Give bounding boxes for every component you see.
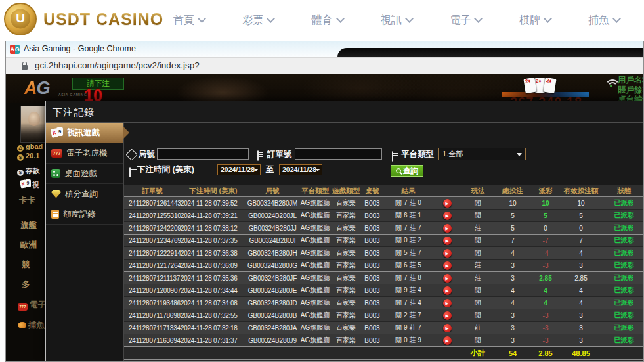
cell-payout: -7 xyxy=(531,237,560,244)
cell-order: 241128071255310 xyxy=(124,212,181,219)
sidebar-item-0[interactable]: K9視訊遊戲 xyxy=(46,123,123,143)
replay-play-button[interactable]: ▶ xyxy=(443,249,452,258)
ag-favicon-icon: AG xyxy=(10,45,20,54)
bg-menu-jing[interactable]: 競 xyxy=(22,260,30,271)
table-row: 2411280711786982024-11-28 07:32:55GB0032… xyxy=(124,309,643,322)
deposit-icon: $ xyxy=(17,170,24,176)
sidebar-item-label: 積分查詢 xyxy=(65,189,98,200)
order-input[interactable] xyxy=(295,148,382,160)
url-bar[interactable]: gci.2hhapi.com/agingame/pcv2/index.jsp? xyxy=(6,57,643,74)
bg-menu-europe[interactable]: 歐洲 xyxy=(20,240,37,251)
date-to-select[interactable]: 2024/11/28 xyxy=(279,164,322,175)
nav-item-2[interactable]: 體育 xyxy=(312,14,343,28)
column-header: 總投注 xyxy=(494,187,531,196)
sidebar-item-label: 額度記錄 xyxy=(63,209,96,220)
cell-play: 閒 xyxy=(462,311,494,320)
cell-table-no: B003 xyxy=(360,200,384,207)
column-header: 平台類型 xyxy=(299,187,332,196)
chevron-down-icon xyxy=(198,14,206,23)
cell-order: 241128071217264 xyxy=(124,262,181,269)
nav-item-0[interactable]: 首頁 xyxy=(173,14,205,28)
cell-bet: 7 xyxy=(494,237,531,244)
cell-replay: ▶ xyxy=(433,299,462,307)
ag-logo-subtext: ASIA GAMING xyxy=(58,93,87,97)
favicon-letter-a: A xyxy=(10,45,15,54)
cell-order: 241128071200907 xyxy=(124,287,181,294)
nav-item-3[interactable]: 視訊 xyxy=(381,14,412,28)
bg-menu-flagship[interactable]: 旗艦 xyxy=(20,220,37,231)
cell-play: 莊 xyxy=(462,323,494,332)
sidebar-item-4[interactable]: 額度記錄 xyxy=(46,204,123,225)
bg-menu-kaka[interactable]: 卡卡 xyxy=(19,195,35,206)
video-tab[interactable]: K9視 xyxy=(20,179,39,190)
dropdown-arrow-icon xyxy=(316,169,320,171)
replay-play-button[interactable]: ▶ xyxy=(443,237,452,245)
slot-777-icon: 777 xyxy=(51,149,62,158)
replay-play-button[interactable]: ▶ xyxy=(443,311,452,320)
order-filter-label: 訂單號 xyxy=(267,149,292,160)
table-row: 2411280712009072024-11-28 07:34:44GB0032… xyxy=(124,284,643,297)
magnifier-icon xyxy=(396,168,401,173)
cell-replay: ▶ xyxy=(433,286,462,295)
username-row: ♙gbad xyxy=(17,143,43,152)
chevron-down-icon xyxy=(336,14,345,23)
search-button[interactable]: 查詢 xyxy=(391,165,423,177)
cell-result: 閒 7 莊 8 xyxy=(384,273,433,283)
replay-play-button[interactable]: ▶ xyxy=(443,261,452,270)
platform-select[interactable]: 1.全部 xyxy=(438,148,526,160)
cell-replay: ▶ xyxy=(433,311,462,320)
cell-payout: -3 xyxy=(531,262,560,269)
nav-item-6[interactable]: 捕魚 xyxy=(588,14,620,28)
moneybag-icon: $ xyxy=(17,154,24,161)
subtotal-row: 小計 54 2.85 48.85 xyxy=(124,347,643,360)
replay-play-button[interactable]: ▶ xyxy=(443,336,452,345)
replay-play-button[interactable]: ▶ xyxy=(443,212,452,220)
cell-table-no: B003 xyxy=(360,250,384,257)
date-from-select[interactable]: 2024/11/28 xyxy=(217,164,261,175)
cell-valid: 5 xyxy=(560,212,602,219)
cell-status: 已派彩 xyxy=(602,236,643,245)
cards-icon: K9 xyxy=(51,127,63,138)
replay-play-button[interactable]: ▶ xyxy=(443,274,452,283)
cell-result: 閒 5 莊 7 xyxy=(384,248,433,258)
nav-item-1[interactable]: 彩票 xyxy=(242,14,274,28)
nav-item-5[interactable]: 棋牌 xyxy=(519,14,551,28)
user-balance-text: 20.1 xyxy=(26,152,39,160)
cell-replay: ▶ xyxy=(433,199,462,208)
column-header: 局號 xyxy=(246,187,299,196)
column-header: 下注時間 (美東) xyxy=(181,187,246,196)
table-row: 2411280712229142024-11-28 07:36:38GB0032… xyxy=(124,247,643,260)
bg-menu-multi[interactable]: 多 xyxy=(22,279,30,290)
cell-replay: ▶ xyxy=(433,249,462,258)
cell-order: 241128071163694 xyxy=(124,337,181,344)
cell-status: 已派彩 xyxy=(602,198,643,208)
cell-game: 百家樂 xyxy=(332,223,360,233)
cell-valid: 4 xyxy=(560,300,602,307)
replay-play-button[interactable]: ▶ xyxy=(443,199,452,208)
brand-logo[interactable]: U USDT CASINO xyxy=(4,3,163,35)
cell-round: GB00324B280JF xyxy=(246,275,299,282)
sidebar-item-1[interactable]: 777電子老虎機 xyxy=(46,143,123,164)
replay-play-button[interactable]: ▶ xyxy=(443,286,452,295)
coin-letter: U xyxy=(11,9,30,28)
replay-play-button[interactable]: ▶ xyxy=(443,224,452,233)
table-row: 2411280712553102024-11-28 07:39:21GB0032… xyxy=(124,210,643,222)
replay-play-button[interactable]: ▶ xyxy=(443,299,452,307)
window-titlebar[interactable]: AG Asia Gaming - Google Chrome xyxy=(6,41,643,57)
nav-item-4[interactable]: 電子 xyxy=(450,14,481,28)
deposit-button[interactable]: $存款 xyxy=(17,166,40,176)
date-to-value: 2024/11/28 xyxy=(282,166,316,173)
round-input[interactable] xyxy=(157,148,249,160)
username-text: gbad xyxy=(26,143,43,150)
sidebar-item-2[interactable]: 桌面遊戲 xyxy=(46,164,123,184)
dropdown-arrow-icon xyxy=(254,169,258,171)
cell-bet: 3 xyxy=(494,325,531,332)
ag-logo-a: A xyxy=(24,78,37,98)
round-filter-label: 局號 xyxy=(139,149,155,160)
replay-play-button[interactable]: ▶ xyxy=(443,324,452,332)
cell-valid: 4 xyxy=(560,250,602,257)
sidebar-item-3[interactable]: 積分查詢 xyxy=(46,184,123,204)
cell-play: 莊 xyxy=(462,273,494,283)
cell-game: 百家樂 xyxy=(332,298,360,307)
cell-time: 2024-11-28 07:34:44 xyxy=(181,287,246,294)
